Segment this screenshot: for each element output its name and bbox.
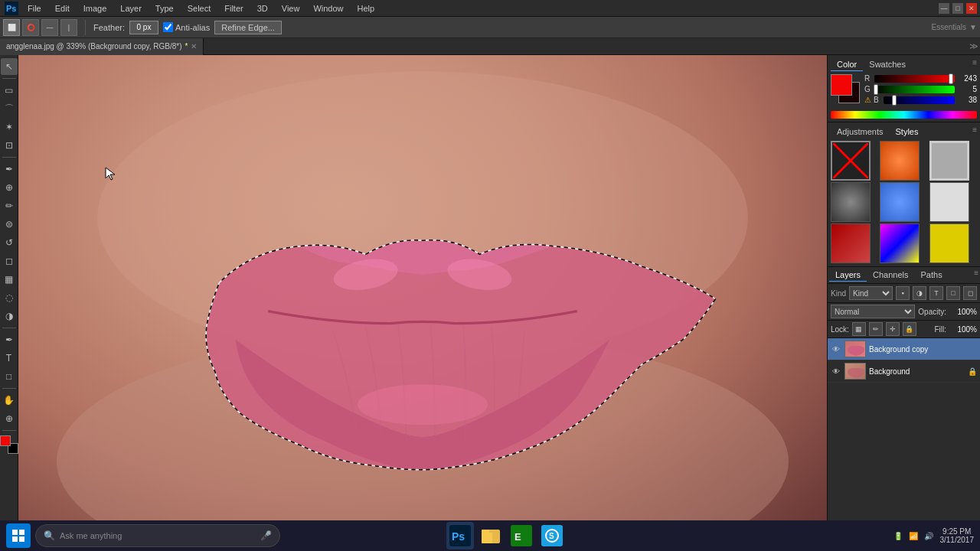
menu-help[interactable]: Help (351, 2, 381, 15)
styles-grid (831, 141, 977, 263)
spectrum-bar[interactable] (831, 111, 977, 119)
healing-tool[interactable]: ⊕ (1, 179, 18, 196)
blend-mode-select[interactable]: Normal Multiply Screen Overlay (831, 305, 915, 318)
col-select-btn[interactable]: | (60, 19, 77, 36)
menu-view[interactable]: View (276, 2, 306, 15)
menu-window[interactable]: Window (307, 2, 349, 15)
blur-tool[interactable]: ◌ (1, 289, 18, 306)
lock-position-btn[interactable]: ✛ (886, 322, 900, 336)
kind-select[interactable]: Kind (849, 286, 893, 300)
adj-styles-panel: Adjustments Styles ≡ (828, 122, 980, 267)
styles-panel-options[interactable]: ≡ (972, 126, 977, 138)
refine-edge-btn[interactable]: Refine Edge... (214, 21, 282, 34)
layer-eye-background[interactable]: 👁 (831, 366, 841, 377)
feather-input[interactable] (129, 21, 158, 34)
menu-type[interactable]: Type (149, 2, 180, 15)
panel-collapse-btn[interactable]: ≫ (968, 38, 980, 55)
filter-type-btn[interactable]: T (929, 286, 943, 300)
layer-lock-background: 🔒 (968, 367, 977, 376)
menu-layer[interactable]: Layer (114, 2, 148, 15)
shape-tool[interactable]: □ (1, 368, 18, 385)
swatches-tab[interactable]: Swatches (863, 58, 912, 71)
zoom-tool[interactable]: ⊕ (1, 410, 18, 427)
lock-all-btn[interactable]: 🔒 (903, 322, 916, 336)
style-item-8[interactable] (880, 223, 920, 263)
rect-select-btn[interactable]: ⬜ (3, 19, 20, 36)
r-thumb[interactable] (949, 73, 953, 84)
b-thumb[interactable] (892, 95, 897, 106)
adjustments-tab[interactable]: Adjustments (831, 126, 890, 138)
minimize-btn[interactable]: — (939, 3, 949, 14)
foreground-color[interactable] (0, 435, 11, 446)
paths-tab[interactable]: Paths (915, 269, 949, 282)
move-tool[interactable]: ↖ (1, 58, 18, 75)
ellip-select-btn[interactable]: ⭕ (22, 19, 39, 36)
hand-tool[interactable]: ✋ (1, 392, 18, 409)
network-icon: 📶 (909, 532, 918, 540)
style-item-4[interactable] (831, 182, 871, 222)
filter-adj-btn[interactable]: ◑ (913, 286, 926, 300)
menu-edit[interactable]: Edit (49, 2, 76, 15)
menu-3d[interactable]: 3D (251, 2, 274, 15)
taskbar-app-photoshop[interactable]: Ps (446, 522, 474, 549)
gradient-tool[interactable]: ▦ (1, 271, 18, 288)
start-button[interactable] (6, 523, 31, 548)
style-item-7[interactable] (831, 223, 871, 263)
workspace-chevron[interactable]: ▼ (969, 23, 977, 31)
dodge-tool[interactable]: ◑ (1, 308, 18, 324)
style-item-5[interactable] (880, 182, 920, 222)
channels-tab[interactable]: Channels (867, 269, 914, 282)
foreground-color-swatch[interactable] (831, 74, 852, 96)
canvas-image[interactable]: ◄ ► (18, 55, 827, 551)
anti-alias-checkbox[interactable] (163, 22, 173, 32)
crop-tool[interactable]: ⊡ (1, 137, 18, 154)
brush-tool[interactable]: ✏ (1, 197, 18, 214)
rect-marquee-tool[interactable]: ▭ (1, 82, 18, 99)
style-item-1[interactable] (831, 141, 871, 181)
filter-shape-btn[interactable]: □ (946, 286, 960, 300)
r-slider[interactable] (874, 75, 955, 83)
row-select-btn[interactable]: — (41, 19, 58, 36)
b-slider[interactable] (884, 96, 955, 104)
color-panel-options[interactable]: ≡ (972, 58, 977, 71)
filter-smart-btn[interactable]: ◻ (963, 286, 977, 300)
color-tab[interactable]: Color (831, 58, 863, 71)
layer-background-copy[interactable]: 👁 Background copy (828, 338, 980, 360)
style-item-2[interactable] (880, 141, 920, 181)
layers-panel-options[interactable]: ≡ (974, 269, 978, 282)
doc-tab-close[interactable]: ✕ (191, 42, 197, 51)
g-thumb[interactable] (874, 84, 878, 95)
filter-pixel-btn[interactable]: ▪ (896, 286, 910, 300)
layers-tab[interactable]: Layers (829, 269, 867, 282)
styles-tab[interactable]: Styles (890, 126, 925, 138)
restore-btn[interactable]: □ (952, 3, 963, 14)
menu-image[interactable]: Image (77, 2, 113, 15)
style-item-9[interactable] (929, 223, 969, 263)
magic-wand-tool[interactable]: ✶ (1, 119, 18, 135)
taskbar-search-box[interactable]: 🔍 Ask me anything 🎤 (35, 524, 280, 547)
g-slider[interactable] (874, 86, 955, 93)
style-item-3[interactable] (929, 141, 969, 181)
lasso-tool[interactable]: ⌒ (1, 100, 18, 117)
layer-thumb-background (844, 363, 866, 380)
taskbar-app-4[interactable]: S (538, 522, 566, 549)
eyedropper-tool[interactable]: ✒ (1, 161, 18, 178)
close-btn[interactable]: ✕ (966, 3, 977, 14)
taskbar-app-3[interactable]: E (508, 522, 535, 549)
menu-select[interactable]: Select (181, 2, 217, 15)
layer-eye-background-copy[interactable]: 👁 (831, 344, 841, 354)
clone-stamp-tool[interactable]: ⊜ (1, 216, 18, 233)
text-tool[interactable]: T (1, 350, 18, 367)
foreground-background-colors[interactable] (0, 435, 18, 454)
history-brush-tool[interactable]: ↺ (1, 234, 18, 251)
doc-tab[interactable]: angglenaa.jpg @ 339% (Background copy, R… (0, 38, 204, 55)
lock-pixels-btn[interactable]: ✏ (869, 322, 883, 336)
menu-filter[interactable]: Filter (218, 2, 249, 15)
style-item-6[interactable] (929, 182, 969, 222)
pen-tool[interactable]: ✒ (1, 331, 18, 348)
layer-background[interactable]: 👁 Background 🔒 (828, 360, 980, 383)
lock-transparent-btn[interactable]: ▦ (852, 322, 866, 336)
menu-file[interactable]: File (21, 2, 47, 15)
eraser-tool[interactable]: ◻ (1, 253, 18, 269)
taskbar-app-explorer[interactable] (477, 522, 505, 549)
